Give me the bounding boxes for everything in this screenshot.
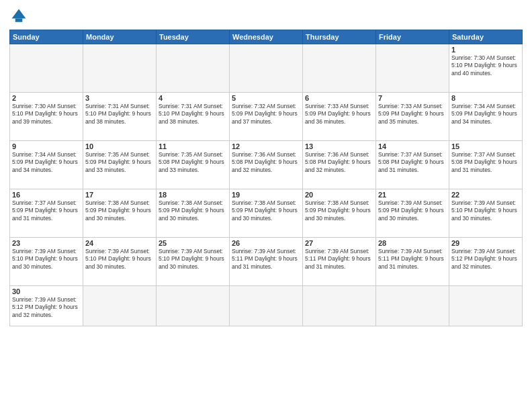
calendar-cell: 20Sunrise: 7:38 AM Sunset: 5:09 PM Dayli… <box>303 189 376 238</box>
calendar-cell: 1Sunrise: 7:30 AM Sunset: 5:10 PM Daylig… <box>449 44 523 93</box>
calendar-cell: 25Sunrise: 7:39 AM Sunset: 5:10 PM Dayli… <box>157 238 230 286</box>
day-header-monday: Monday <box>83 30 157 44</box>
header <box>9 7 523 26</box>
day-info: Sunrise: 7:33 AM Sunset: 5:09 PM Dayligh… <box>378 103 447 126</box>
day-number: 4 <box>159 94 227 102</box>
day-number: 9 <box>12 142 81 150</box>
calendar-cell <box>376 44 449 93</box>
day-number: 28 <box>378 239 447 247</box>
calendar-cell <box>230 286 303 326</box>
day-header-tuesday: Tuesday <box>157 30 230 44</box>
day-header-thursday: Thursday <box>303 30 376 44</box>
day-number: 5 <box>232 94 300 102</box>
day-info: Sunrise: 7:39 AM Sunset: 5:11 PM Dayligh… <box>232 248 300 271</box>
day-number: 15 <box>451 142 520 150</box>
calendar-cell <box>10 44 83 93</box>
calendar-cell: 4Sunrise: 7:31 AM Sunset: 5:10 PM Daylig… <box>157 93 230 141</box>
logo <box>9 7 31 26</box>
week-row-5: 23Sunrise: 7:39 AM Sunset: 5:10 PM Dayli… <box>10 238 523 286</box>
calendar-cell: 16Sunrise: 7:37 AM Sunset: 5:09 PM Dayli… <box>10 189 83 238</box>
calendar-table: SundayMondayTuesdayWednesdayThursdayFrid… <box>9 30 523 326</box>
calendar-cell: 3Sunrise: 7:31 AM Sunset: 5:10 PM Daylig… <box>83 93 157 141</box>
calendar-cell: 26Sunrise: 7:39 AM Sunset: 5:11 PM Dayli… <box>230 238 303 286</box>
calendar-cell: 21Sunrise: 7:39 AM Sunset: 5:09 PM Dayli… <box>376 189 449 238</box>
calendar-page: SundayMondayTuesdayWednesdayThursdayFrid… <box>0 0 532 411</box>
calendar-cell: 11Sunrise: 7:35 AM Sunset: 5:08 PM Dayli… <box>157 141 230 189</box>
day-number: 21 <box>378 191 447 199</box>
day-info: Sunrise: 7:39 AM Sunset: 5:09 PM Dayligh… <box>378 199 447 222</box>
week-row-3: 9Sunrise: 7:34 AM Sunset: 5:09 PM Daylig… <box>10 141 523 189</box>
day-info: Sunrise: 7:39 AM Sunset: 5:11 PM Dayligh… <box>305 248 373 271</box>
logo-icon <box>9 7 28 26</box>
day-number: 1 <box>451 46 520 54</box>
day-info: Sunrise: 7:39 AM Sunset: 5:12 PM Dayligh… <box>451 248 520 271</box>
day-info: Sunrise: 7:38 AM Sunset: 5:09 PM Dayligh… <box>159 199 227 222</box>
calendar-cell <box>303 286 376 326</box>
day-number: 22 <box>451 191 520 199</box>
day-number: 20 <box>305 191 373 199</box>
day-info: Sunrise: 7:39 AM Sunset: 5:11 PM Dayligh… <box>378 248 447 271</box>
day-number: 14 <box>378 142 447 150</box>
week-row-1: 1Sunrise: 7:30 AM Sunset: 5:10 PM Daylig… <box>10 44 523 93</box>
day-number: 3 <box>85 94 154 102</box>
day-number: 7 <box>378 94 447 102</box>
calendar-cell: 5Sunrise: 7:32 AM Sunset: 5:09 PM Daylig… <box>230 93 303 141</box>
day-info: Sunrise: 7:37 AM Sunset: 5:08 PM Dayligh… <box>451 151 520 174</box>
day-number: 25 <box>159 239 227 247</box>
calendar-cell: 17Sunrise: 7:38 AM Sunset: 5:09 PM Dayli… <box>83 189 157 238</box>
day-header-wednesday: Wednesday <box>230 30 303 44</box>
day-number: 10 <box>85 142 154 150</box>
calendar-cell: 14Sunrise: 7:37 AM Sunset: 5:08 PM Dayli… <box>376 141 449 189</box>
day-number: 17 <box>85 191 154 199</box>
calendar-cell: 10Sunrise: 7:35 AM Sunset: 5:09 PM Dayli… <box>83 141 157 189</box>
calendar-cell: 8Sunrise: 7:34 AM Sunset: 5:09 PM Daylig… <box>449 93 523 141</box>
day-info: Sunrise: 7:39 AM Sunset: 5:10 PM Dayligh… <box>451 199 520 222</box>
day-info: Sunrise: 7:39 AM Sunset: 5:10 PM Dayligh… <box>12 248 81 271</box>
day-number: 24 <box>85 239 154 247</box>
day-info: Sunrise: 7:38 AM Sunset: 5:09 PM Dayligh… <box>232 199 300 222</box>
day-number: 16 <box>12 191 81 199</box>
day-number: 27 <box>305 239 373 247</box>
day-info: Sunrise: 7:36 AM Sunset: 5:08 PM Dayligh… <box>305 151 373 174</box>
calendar-cell: 30Sunrise: 7:39 AM Sunset: 5:12 PM Dayli… <box>10 286 83 326</box>
day-number: 23 <box>12 239 81 247</box>
day-info: Sunrise: 7:39 AM Sunset: 5:10 PM Dayligh… <box>85 248 154 271</box>
calendar-cell <box>83 44 157 93</box>
calendar-cell: 23Sunrise: 7:39 AM Sunset: 5:10 PM Dayli… <box>10 238 83 286</box>
svg-rect-1 <box>15 19 23 22</box>
day-info: Sunrise: 7:34 AM Sunset: 5:09 PM Dayligh… <box>12 151 81 174</box>
calendar-cell: 22Sunrise: 7:39 AM Sunset: 5:10 PM Dayli… <box>449 189 523 238</box>
day-number: 18 <box>159 191 227 199</box>
day-info: Sunrise: 7:37 AM Sunset: 5:08 PM Dayligh… <box>378 151 447 174</box>
calendar-cell: 15Sunrise: 7:37 AM Sunset: 5:08 PM Dayli… <box>449 141 523 189</box>
calendar-cell <box>303 44 376 93</box>
day-header-saturday: Saturday <box>449 30 523 44</box>
calendar-cell: 27Sunrise: 7:39 AM Sunset: 5:11 PM Dayli… <box>303 238 376 286</box>
week-row-2: 2Sunrise: 7:30 AM Sunset: 5:10 PM Daylig… <box>10 93 523 141</box>
day-number: 8 <box>451 94 520 102</box>
week-row-4: 16Sunrise: 7:37 AM Sunset: 5:09 PM Dayli… <box>10 189 523 238</box>
calendar-cell: 18Sunrise: 7:38 AM Sunset: 5:09 PM Dayli… <box>157 189 230 238</box>
calendar-cell: 29Sunrise: 7:39 AM Sunset: 5:12 PM Dayli… <box>449 238 523 286</box>
svg-marker-0 <box>12 9 26 19</box>
calendar-cell: 12Sunrise: 7:36 AM Sunset: 5:08 PM Dayli… <box>230 141 303 189</box>
day-number: 29 <box>451 239 520 247</box>
day-info: Sunrise: 7:39 AM Sunset: 5:12 PM Dayligh… <box>12 296 81 319</box>
calendar-cell: 9Sunrise: 7:34 AM Sunset: 5:09 PM Daylig… <box>10 141 83 189</box>
day-header-sunday: Sunday <box>10 30 83 44</box>
day-header-friday: Friday <box>376 30 449 44</box>
calendar-cell <box>230 44 303 93</box>
day-info: Sunrise: 7:37 AM Sunset: 5:09 PM Dayligh… <box>12 199 81 222</box>
week-row-6: 30Sunrise: 7:39 AM Sunset: 5:12 PM Dayli… <box>10 286 523 326</box>
day-info: Sunrise: 7:30 AM Sunset: 5:10 PM Dayligh… <box>451 54 520 77</box>
day-info: Sunrise: 7:38 AM Sunset: 5:09 PM Dayligh… <box>305 199 373 222</box>
day-number: 6 <box>305 94 373 102</box>
day-info: Sunrise: 7:35 AM Sunset: 5:08 PM Dayligh… <box>159 151 227 174</box>
day-number: 12 <box>232 142 300 150</box>
day-info: Sunrise: 7:30 AM Sunset: 5:10 PM Dayligh… <box>12 103 81 126</box>
day-info: Sunrise: 7:34 AM Sunset: 5:09 PM Dayligh… <box>451 103 520 126</box>
day-number: 19 <box>232 191 300 199</box>
day-info: Sunrise: 7:33 AM Sunset: 5:09 PM Dayligh… <box>305 103 373 126</box>
day-number: 13 <box>305 142 373 150</box>
day-info: Sunrise: 7:36 AM Sunset: 5:08 PM Dayligh… <box>232 151 300 174</box>
